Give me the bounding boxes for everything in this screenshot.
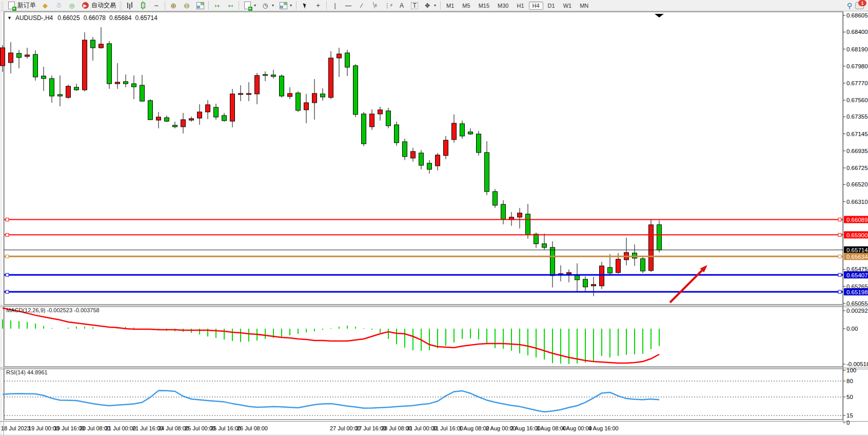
search-icon[interactable]: ⚲ xyxy=(847,2,852,10)
candle xyxy=(33,54,38,77)
styler-button[interactable]: ◆ xyxy=(38,0,52,11)
auto-scroll-icon: ↦ xyxy=(213,2,221,10)
templates-button[interactable]: ▾ xyxy=(277,0,294,11)
crosshair-button[interactable]: + xyxy=(311,0,325,11)
candle xyxy=(189,119,194,120)
text-button[interactable]: A xyxy=(395,0,408,11)
signal-icon: ◎ xyxy=(68,2,76,10)
time-axis-label: 24 Jul 08:00 xyxy=(158,425,189,431)
timeframe-M1[interactable]: M1 xyxy=(443,2,458,10)
candle xyxy=(411,151,416,158)
auto-trading-button[interactable]: ▶ 自动交易 xyxy=(78,0,119,11)
text-label-button[interactable]: T xyxy=(408,1,421,11)
hline-handle[interactable] xyxy=(838,255,841,258)
price-tick-label: 0.67145 xyxy=(846,131,868,137)
vertical-line-button[interactable]: | xyxy=(328,0,342,11)
hline-handle[interactable] xyxy=(6,218,9,221)
hline-handle[interactable] xyxy=(838,218,841,221)
candle xyxy=(99,44,104,48)
signals-button[interactable]: ◎ xyxy=(65,0,78,11)
candle xyxy=(452,123,457,140)
toolbar-separator xyxy=(239,1,239,10)
zoom-out-button[interactable]: ⊖ xyxy=(180,0,193,11)
tile-windows-button[interactable] xyxy=(193,0,207,11)
channel-button[interactable]: ⧹E xyxy=(368,0,382,11)
candle xyxy=(173,125,177,127)
hline-handle[interactable] xyxy=(6,290,9,293)
timeframe-H4[interactable]: H4 xyxy=(529,2,543,10)
candle xyxy=(230,94,235,121)
text-icon: A xyxy=(398,2,406,10)
fibonacci-button[interactable]: ⋮F xyxy=(382,0,395,11)
candle xyxy=(591,285,596,286)
price-tag-label: 0.65714 xyxy=(846,247,868,253)
candle xyxy=(567,273,571,274)
candle xyxy=(460,124,465,136)
horizontal-line-button[interactable]: — xyxy=(342,0,355,11)
candlestick-button[interactable] xyxy=(136,0,150,11)
auto-scroll-button[interactable]: ↦ xyxy=(210,0,224,11)
chart-canvas[interactable]: 0.686050.684000.681900.679800.677700.675… xyxy=(0,0,868,436)
candle xyxy=(583,279,588,287)
ohlc-low: 0.65684 xyxy=(109,14,131,22)
hline-handle[interactable] xyxy=(838,290,841,293)
candle xyxy=(534,234,539,244)
price-tick-label: 0.66310 xyxy=(846,199,868,205)
new-order-icon: + xyxy=(7,2,15,10)
arrows-button[interactable]: ✥▾ xyxy=(421,0,439,11)
price-tag-label: 0.65900 xyxy=(846,232,868,238)
rsi-axis-label: 15 xyxy=(846,412,853,419)
hline-handle[interactable] xyxy=(838,233,841,236)
trendline-button[interactable]: ∕ xyxy=(355,0,368,11)
macd-label: MACD(12,26,9) -0.002523 -0.003758 xyxy=(6,307,100,313)
rsi-axis-label: 80 xyxy=(846,378,853,384)
timeframe-M15[interactable]: M15 xyxy=(475,2,493,10)
notifications-icon[interactable]: 1 xyxy=(855,2,864,9)
zoom-out-icon: ⊖ xyxy=(183,2,191,10)
new-order-button[interactable]: + 新订单 xyxy=(5,0,38,11)
timeframe-H1[interactable]: H1 xyxy=(513,2,527,10)
timeframe-MN[interactable]: MN xyxy=(576,2,592,10)
zoom-in-button[interactable]: ⊕ xyxy=(167,0,180,11)
time-axis-label: 26 Jul 08:00 xyxy=(237,425,268,431)
hline-handle[interactable] xyxy=(6,255,9,258)
cursor-button[interactable] xyxy=(298,0,311,11)
timeframe-M30[interactable]: M30 xyxy=(494,2,512,10)
styler-icon: ◆ xyxy=(41,2,49,10)
price-tick-label: 0.67355 xyxy=(846,113,868,120)
candle xyxy=(304,103,309,110)
bar-chart-button[interactable] xyxy=(123,0,136,11)
hline-handle[interactable] xyxy=(6,273,9,276)
candle xyxy=(394,125,399,143)
timeframe-W1[interactable]: W1 xyxy=(560,2,576,10)
candle xyxy=(58,94,63,96)
arrows-icon: ✥ xyxy=(423,2,431,10)
candle xyxy=(633,253,637,258)
indicators-button[interactable]: +▾ xyxy=(241,0,259,11)
candle xyxy=(156,117,161,120)
price-tick-label: 0.66725 xyxy=(846,165,868,171)
hline-handle[interactable] xyxy=(6,233,9,236)
line-chart-button[interactable]: ∼ xyxy=(150,0,163,11)
timeframe-M5[interactable]: M5 xyxy=(459,2,474,10)
candle xyxy=(198,112,202,118)
new-order-label: 新订单 xyxy=(17,1,36,10)
chart-shift-button[interactable]: ↤ xyxy=(224,0,237,11)
candle xyxy=(74,87,79,90)
price-tick-label: 0.68605 xyxy=(846,12,868,18)
time-axis-label: 31 Jul 16:00 xyxy=(432,425,463,431)
candle xyxy=(214,107,219,117)
time-axis-label: 25 Jul 16:00 xyxy=(210,425,241,431)
price-tag-label: 0.65407 xyxy=(846,272,868,278)
candle xyxy=(321,94,325,97)
chart-title: ▼ AUDUSD-,H4 0.66025 0.66078 0.65684 0.6… xyxy=(7,14,157,22)
candle xyxy=(50,79,54,96)
hline-handle[interactable] xyxy=(838,273,841,276)
clock-icon: ◷ xyxy=(261,2,269,10)
price-tick-label: 0.65055 xyxy=(846,300,868,307)
periods-button[interactable]: ◷▾ xyxy=(259,0,277,11)
timeframe-D1[interactable]: D1 xyxy=(544,2,559,10)
macd-pane-frame xyxy=(4,307,843,367)
candle xyxy=(345,53,350,67)
market-watch-button[interactable]: ☃ xyxy=(52,0,65,11)
